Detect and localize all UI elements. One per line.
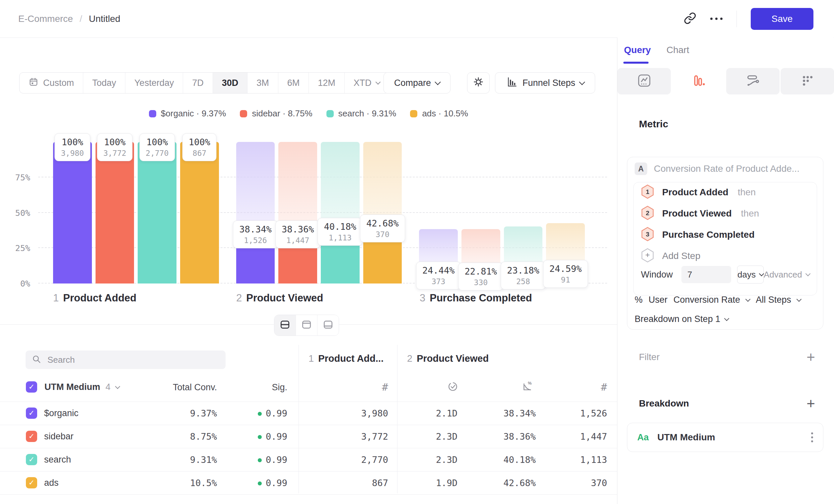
range-label: 30D	[222, 78, 239, 88]
compare-button[interactable]: Compare	[383, 72, 451, 93]
tab-chart[interactable]: Chart	[666, 45, 689, 55]
breadcrumb-project[interactable]: E-Commerce	[18, 14, 73, 24]
bar-pct-label: 22.81%	[465, 266, 497, 277]
metric-step-3[interactable]: 3Purchase Completed	[641, 227, 755, 242]
add-step-button[interactable]: + Add Step	[641, 249, 700, 263]
cell-value: 9.31%	[190, 455, 217, 465]
layout-chart-only-button[interactable]	[295, 315, 317, 336]
range-xtd[interactable]: XTD	[344, 73, 389, 93]
bar-value-badge: 42.68%370	[360, 214, 405, 243]
breadcrumb-separator: /	[80, 14, 82, 24]
chart-settings-button[interactable]	[467, 72, 490, 93]
y-axis-tick-label: 25%	[15, 244, 30, 253]
range-label: 7D	[192, 78, 204, 88]
metric-step-2[interactable]: 2Product Viewedthen	[641, 206, 759, 221]
avg-time-metric-icon[interactable]	[447, 381, 459, 394]
chart-bar-groups: 100%3,980100%3,772100%2,770100%86738.34%…	[53, 142, 585, 283]
metric-step-1[interactable]: 1Product Addedthen	[641, 185, 756, 200]
svg-text:2: 2	[646, 210, 650, 216]
entity-selector[interactable]: User	[649, 295, 667, 305]
chart-type-dropdown[interactable]: Funnel Steps	[495, 72, 595, 93]
metric-step-label: Product Added	[662, 187, 728, 198]
total-conv-column-header[interactable]: Total Conv.	[173, 382, 217, 393]
bar-count-label: 373	[422, 277, 455, 287]
chart-type-dots-grid[interactable]	[781, 68, 834, 94]
breadcrumb: E-Commerce / Untitled	[18, 0, 120, 38]
funnel-bar-solid[interactable]	[53, 142, 92, 283]
row-checkbox[interactable]: ✓	[26, 477, 37, 488]
range-today[interactable]: Today	[83, 73, 125, 93]
range-yesterday[interactable]: Yesterday	[125, 73, 183, 93]
dots-grid-icon	[800, 73, 815, 89]
range-6m[interactable]: 6M	[278, 73, 309, 93]
metric-type-selector[interactable]: Conversion Rate	[674, 295, 740, 305]
funnel-steps-icon	[692, 73, 706, 89]
layout-split-button[interactable]	[275, 315, 295, 336]
svg-text:%: %	[528, 381, 531, 386]
bar-pct-label: 42.68%	[366, 217, 399, 229]
layout-bottom-icon	[323, 319, 334, 331]
legend-item[interactable]: $organic · 9.37%	[149, 109, 226, 119]
advanced-dropdown[interactable]: Advanced	[764, 270, 810, 280]
cell-value: 9.37%	[190, 408, 217, 418]
count-metric-icon[interactable]: #	[601, 381, 607, 393]
chart-type-flow[interactable]	[726, 68, 780, 94]
filter-heading: Filter	[639, 352, 659, 362]
metric-title-row[interactable]: A Conversion Rate of Product Adde...	[635, 162, 799, 175]
more-options-button[interactable]	[710, 18, 723, 20]
bar-value-badge: 40.18%1,113	[318, 218, 363, 246]
cell-value: 40.18%	[503, 455, 536, 465]
chart-type-line-chart[interactable]	[617, 68, 671, 94]
row-label: search	[44, 455, 71, 465]
app-root: E-Commerce / Untitled Save CustomTodayYe…	[0, 0, 834, 504]
breakdown-select-all-checkbox[interactable]: ✓	[26, 381, 37, 393]
window-unit-dropdown[interactable]: days	[737, 266, 764, 283]
legend-item[interactable]: ads · 10.5%	[410, 109, 468, 119]
metric-step-label: Product Viewed	[662, 208, 732, 219]
legend-item[interactable]: sidebar · 8.75%	[240, 109, 312, 119]
count-metric-icon[interactable]: #	[382, 381, 388, 393]
cell-value: 0.99	[266, 478, 287, 488]
row-checkbox[interactable]: ✓	[26, 431, 37, 442]
legend-swatch	[240, 110, 247, 117]
range-custom[interactable]: Custom	[20, 73, 83, 93]
search-input[interactable]	[47, 354, 220, 365]
chart-type-funnel-steps[interactable]	[672, 68, 725, 94]
funnel-bar-solid[interactable]	[180, 142, 219, 283]
window-value-input[interactable]	[681, 266, 731, 283]
row-checkbox[interactable]: ✓	[26, 408, 37, 419]
percent-symbol[interactable]: %	[635, 295, 642, 305]
funnel-bar-solid[interactable]	[95, 142, 134, 283]
save-button[interactable]: Save	[751, 8, 813, 30]
steps-scope-selector[interactable]: All Steps	[756, 295, 791, 305]
breakdown-property-card[interactable]: Aa UTM Medium	[627, 423, 824, 452]
breakdown-on-step-selector[interactable]: Breakdown on Step 1	[635, 314, 728, 324]
significance-dot	[258, 458, 262, 462]
range-3m[interactable]: 3M	[247, 73, 278, 93]
range-7d[interactable]: 7D	[183, 73, 213, 93]
add-filter-button[interactable]: +	[807, 352, 815, 362]
range-30d[interactable]: 30D	[213, 73, 247, 93]
share-link-button[interactable]	[684, 12, 696, 25]
legend-item[interactable]: search · 9.31%	[326, 109, 396, 119]
bar-value-badge: 100%3,980	[55, 133, 90, 161]
tab-query[interactable]: Query	[624, 45, 651, 55]
kebab-menu-icon[interactable]	[811, 432, 813, 442]
sig-column-header[interactable]: Sig.	[272, 382, 287, 393]
metric-heading: Metric	[639, 118, 668, 130]
add-breakdown-button[interactable]: +	[807, 398, 815, 409]
funnel-bar-solid[interactable]	[138, 142, 176, 283]
breadcrumb-title[interactable]: Untitled	[89, 14, 120, 24]
chevron-down-icon	[796, 297, 802, 302]
breakdown-column-header[interactable]: ✓ UTM Medium 4	[26, 381, 119, 393]
link-icon	[684, 12, 696, 25]
cell-value: 3,980	[361, 408, 388, 418]
layout-table-only-button[interactable]	[317, 315, 339, 336]
range-12m[interactable]: 12M	[309, 73, 344, 93]
funnel-bar-sidebar: 38.36%1,447	[278, 142, 317, 283]
cell-value: 2.3D	[436, 455, 458, 465]
row-checkbox[interactable]: ✓	[26, 454, 37, 465]
funnel-bar-sidebar: 22.81%330	[461, 142, 500, 283]
conversion-metric-icon[interactable]: %	[522, 381, 533, 394]
cell-viewed_conv: 38.36%	[503, 431, 536, 442]
